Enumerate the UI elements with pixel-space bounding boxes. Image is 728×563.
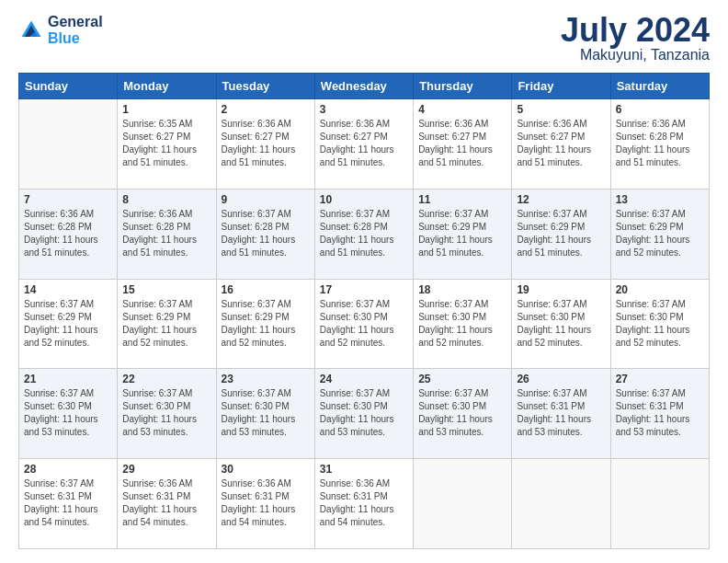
day-info: Sunrise: 6:36 AM Sunset: 6:27 PM Dayligh…	[320, 118, 408, 169]
table-cell	[19, 99, 118, 190]
day-number: 28	[24, 463, 112, 476]
table-cell: 4Sunrise: 6:36 AM Sunset: 6:27 PM Daylig…	[414, 99, 512, 190]
day-number: 10	[320, 193, 408, 206]
day-info: Sunrise: 6:37 AM Sunset: 6:30 PM Dayligh…	[222, 387, 310, 439]
table-cell	[610, 459, 709, 549]
day-number: 27	[616, 373, 704, 385]
day-number: 2	[222, 103, 310, 116]
calendar-week-2: 7Sunrise: 6:36 AM Sunset: 6:28 PM Daylig…	[19, 189, 710, 279]
day-number: 16	[222, 283, 310, 296]
title-section: July 2024 Makuyuni, Tanzania	[561, 14, 710, 63]
calendar-week-4: 21Sunrise: 6:37 AM Sunset: 6:30 PM Dayli…	[19, 369, 710, 459]
day-info: Sunrise: 6:37 AM Sunset: 6:29 PM Dayligh…	[122, 298, 210, 350]
table-cell: 23Sunrise: 6:37 AM Sunset: 6:30 PM Dayli…	[216, 369, 314, 459]
day-number: 4	[418, 103, 506, 116]
table-cell: 5Sunrise: 6:36 AM Sunset: 6:27 PM Daylig…	[512, 99, 610, 190]
day-number: 6	[616, 103, 704, 116]
day-number: 21	[24, 373, 112, 385]
day-number: 8	[122, 193, 210, 206]
day-info: Sunrise: 6:36 AM Sunset: 6:28 PM Dayligh…	[122, 208, 210, 259]
day-number: 3	[320, 103, 408, 116]
table-cell: 6Sunrise: 6:36 AM Sunset: 6:28 PM Daylig…	[610, 99, 709, 190]
month-title: July 2024	[561, 14, 710, 47]
table-cell: 28Sunrise: 6:37 AM Sunset: 6:31 PM Dayli…	[19, 459, 118, 549]
day-number: 1	[122, 103, 210, 116]
day-number: 12	[517, 193, 605, 206]
day-number: 11	[418, 193, 506, 206]
table-cell: 2Sunrise: 6:36 AM Sunset: 6:27 PM Daylig…	[216, 99, 314, 190]
calendar-week-5: 28Sunrise: 6:37 AM Sunset: 6:31 PM Dayli…	[19, 459, 710, 549]
day-number: 18	[418, 283, 506, 296]
logo-text: General Blue	[48, 14, 103, 47]
day-info: Sunrise: 6:36 AM Sunset: 6:31 PM Dayligh…	[222, 477, 310, 529]
col-thursday: Thursday	[414, 74, 512, 99]
table-cell: 22Sunrise: 6:37 AM Sunset: 6:30 PM Dayli…	[118, 369, 216, 459]
day-number: 22	[122, 373, 210, 385]
day-info: Sunrise: 6:37 AM Sunset: 6:30 PM Dayligh…	[24, 387, 112, 439]
day-info: Sunrise: 6:36 AM Sunset: 6:28 PM Dayligh…	[616, 118, 704, 169]
table-cell: 18Sunrise: 6:37 AM Sunset: 6:30 PM Dayli…	[414, 279, 512, 369]
table-cell: 7Sunrise: 6:36 AM Sunset: 6:28 PM Daylig…	[19, 189, 118, 279]
calendar-table: Sunday Monday Tuesday Wednesday Thursday…	[18, 73, 710, 549]
table-cell: 24Sunrise: 6:37 AM Sunset: 6:30 PM Dayli…	[314, 369, 413, 459]
table-cell: 1Sunrise: 6:35 AM Sunset: 6:27 PM Daylig…	[118, 99, 216, 190]
day-info: Sunrise: 6:37 AM Sunset: 6:30 PM Dayligh…	[122, 387, 210, 439]
day-number: 29	[122, 463, 210, 476]
day-info: Sunrise: 6:37 AM Sunset: 6:31 PM Dayligh…	[24, 477, 112, 529]
day-info: Sunrise: 6:37 AM Sunset: 6:29 PM Dayligh…	[418, 208, 506, 259]
day-number: 15	[122, 283, 210, 296]
day-number: 7	[24, 193, 112, 206]
day-number: 23	[222, 373, 310, 385]
table-cell: 9Sunrise: 6:37 AM Sunset: 6:28 PM Daylig…	[216, 189, 314, 279]
header: General Blue July 2024 Makuyuni, Tanzani…	[18, 14, 710, 63]
col-friday: Friday	[512, 74, 610, 99]
day-info: Sunrise: 6:37 AM Sunset: 6:30 PM Dayligh…	[418, 387, 506, 439]
table-cell: 12Sunrise: 6:37 AM Sunset: 6:29 PM Dayli…	[512, 189, 610, 279]
day-info: Sunrise: 6:37 AM Sunset: 6:30 PM Dayligh…	[418, 298, 506, 350]
day-number: 14	[24, 283, 112, 296]
col-saturday: Saturday	[610, 74, 709, 99]
calendar-header-row: Sunday Monday Tuesday Wednesday Thursday…	[19, 74, 710, 99]
day-info: Sunrise: 6:37 AM Sunset: 6:29 PM Dayligh…	[24, 298, 112, 350]
table-cell: 8Sunrise: 6:36 AM Sunset: 6:28 PM Daylig…	[118, 189, 216, 279]
table-cell: 21Sunrise: 6:37 AM Sunset: 6:30 PM Dayli…	[19, 369, 118, 459]
table-cell: 19Sunrise: 6:37 AM Sunset: 6:30 PM Dayli…	[512, 279, 610, 369]
day-number: 13	[616, 193, 704, 206]
page: General Blue July 2024 Makuyuni, Tanzani…	[0, 0, 728, 563]
logo-icon	[18, 17, 44, 43]
col-tuesday: Tuesday	[216, 74, 314, 99]
day-info: Sunrise: 6:37 AM Sunset: 6:28 PM Dayligh…	[320, 208, 408, 259]
table-cell: 29Sunrise: 6:36 AM Sunset: 6:31 PM Dayli…	[118, 459, 216, 549]
table-cell	[414, 459, 512, 549]
table-cell: 26Sunrise: 6:37 AM Sunset: 6:31 PM Dayli…	[512, 369, 610, 459]
day-info: Sunrise: 6:37 AM Sunset: 6:29 PM Dayligh…	[517, 208, 605, 259]
day-info: Sunrise: 6:35 AM Sunset: 6:27 PM Dayligh…	[122, 118, 210, 169]
day-info: Sunrise: 6:37 AM Sunset: 6:31 PM Dayligh…	[517, 387, 605, 439]
calendar-week-1: 1Sunrise: 6:35 AM Sunset: 6:27 PM Daylig…	[19, 99, 710, 190]
day-number: 20	[616, 283, 704, 296]
table-cell: 25Sunrise: 6:37 AM Sunset: 6:30 PM Dayli…	[414, 369, 512, 459]
day-info: Sunrise: 6:36 AM Sunset: 6:27 PM Dayligh…	[517, 118, 605, 169]
day-info: Sunrise: 6:36 AM Sunset: 6:31 PM Dayligh…	[320, 477, 408, 529]
day-info: Sunrise: 6:36 AM Sunset: 6:27 PM Dayligh…	[418, 118, 506, 169]
table-cell: 17Sunrise: 6:37 AM Sunset: 6:30 PM Dayli…	[314, 279, 413, 369]
table-cell: 3Sunrise: 6:36 AM Sunset: 6:27 PM Daylig…	[314, 99, 413, 190]
day-info: Sunrise: 6:36 AM Sunset: 6:31 PM Dayligh…	[122, 477, 210, 529]
day-info: Sunrise: 6:37 AM Sunset: 6:30 PM Dayligh…	[320, 298, 408, 350]
day-info: Sunrise: 6:36 AM Sunset: 6:27 PM Dayligh…	[222, 118, 310, 169]
day-info: Sunrise: 6:37 AM Sunset: 6:28 PM Dayligh…	[222, 208, 310, 259]
day-info: Sunrise: 6:37 AM Sunset: 6:31 PM Dayligh…	[616, 387, 704, 439]
col-sunday: Sunday	[19, 74, 118, 99]
day-number: 31	[320, 463, 408, 476]
col-wednesday: Wednesday	[314, 74, 413, 99]
table-cell: 10Sunrise: 6:37 AM Sunset: 6:28 PM Dayli…	[314, 189, 413, 279]
table-cell: 16Sunrise: 6:37 AM Sunset: 6:29 PM Dayli…	[216, 279, 314, 369]
logo: General Blue	[18, 14, 103, 47]
table-cell: 15Sunrise: 6:37 AM Sunset: 6:29 PM Dayli…	[118, 279, 216, 369]
day-number: 26	[517, 373, 605, 385]
day-number: 5	[517, 103, 605, 116]
table-cell: 13Sunrise: 6:37 AM Sunset: 6:29 PM Dayli…	[610, 189, 709, 279]
day-info: Sunrise: 6:37 AM Sunset: 6:30 PM Dayligh…	[616, 298, 704, 350]
calendar-week-3: 14Sunrise: 6:37 AM Sunset: 6:29 PM Dayli…	[19, 279, 710, 369]
col-monday: Monday	[118, 74, 216, 99]
